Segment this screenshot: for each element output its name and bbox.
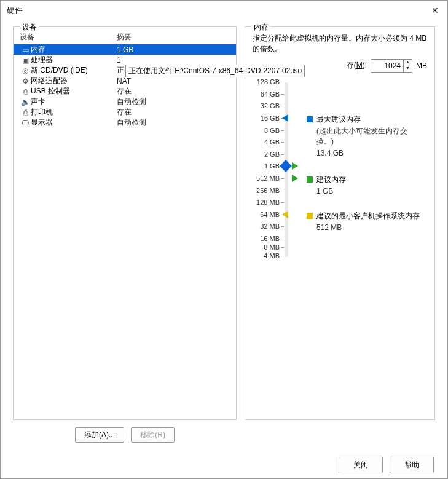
device-table-header: 设备 摘要 xyxy=(14,31,236,44)
device-summary: 1 xyxy=(117,56,230,65)
device-name: 网络适配器 xyxy=(31,76,117,86)
legend-item: 最大建议内存(超出此大小可能发生内存交换。)13.4 GB xyxy=(307,114,423,158)
device-name: 新 CD/DVD (IDE) xyxy=(31,65,117,76)
device-summary: 自动检测 xyxy=(117,117,230,128)
slider-tick: 4 GB xyxy=(245,138,280,146)
titlebar: 硬件 ✕ xyxy=(1,1,447,20)
slider-tick: 8 GB xyxy=(245,127,280,134)
device-icon: ⎙ xyxy=(20,108,31,117)
legend-swatch xyxy=(307,176,313,183)
legend-swatch xyxy=(307,116,313,122)
device-name: 内存 xyxy=(31,44,117,55)
device-name: 打印机 xyxy=(31,107,117,117)
slider-tick: 512 MB xyxy=(245,175,280,182)
device-panel-label: 设备 xyxy=(20,22,39,33)
device-icon: ⎙ xyxy=(20,87,31,96)
legend-value: 13.4 GB xyxy=(316,148,423,159)
device-icon: 🖵 xyxy=(20,119,31,127)
remove-button: 移除(R) xyxy=(131,427,175,443)
slider-tick: 16 MB xyxy=(245,235,280,242)
spinner-arrows[interactable]: ▲▼ xyxy=(403,60,412,72)
device-row[interactable]: 🖵显示器自动检测 xyxy=(14,117,236,128)
memory-description: 指定分配给此虚拟机的内存量。内存大小必须为 4 MB 的倍数。 xyxy=(245,31,434,59)
memory-spinner[interactable]: ▲▼ xyxy=(371,59,412,73)
slider-tick: 16 GB xyxy=(245,114,280,122)
dialog-footer: 关闭 帮助 xyxy=(336,457,436,473)
help-button[interactable]: 帮助 xyxy=(390,457,434,473)
device-name: 显示器 xyxy=(31,117,117,128)
memory-panel-label: 内存 xyxy=(251,22,271,33)
min-marker-icon xyxy=(282,211,288,218)
spin-down-icon[interactable]: ▼ xyxy=(404,66,412,72)
hardware-dialog: 硬件 ✕ 设备 设备 摘要 ▭内存1 GB▣处理器1◎新 CD/DVD (IDE… xyxy=(0,0,448,479)
slider-tick: 4 MB xyxy=(245,252,280,259)
legend-value: 512 MB xyxy=(316,223,423,233)
memory-slider[interactable]: 128 GB64 GB32 GB16 GB8 GB4 GB2 GB1 GB512… xyxy=(245,79,434,263)
slider-tick: 2 GB xyxy=(245,151,280,158)
device-summary: 存在 xyxy=(117,86,230,97)
spin-up-icon[interactable]: ▲ xyxy=(404,60,412,66)
legend-title: 最大建议内存 xyxy=(316,115,361,124)
slider-tick: 64 MB xyxy=(245,211,280,218)
slider-tick: 32 MB xyxy=(245,223,280,230)
device-row[interactable]: ⎙USB 控制器存在 xyxy=(14,86,236,97)
memory-input[interactable] xyxy=(371,60,403,72)
slider-tick: 64 GB xyxy=(245,90,280,98)
device-name: 处理器 xyxy=(31,55,117,65)
legend-value: 1 GB xyxy=(316,186,423,197)
legend-swatch xyxy=(307,213,313,219)
header-device: 设备 xyxy=(20,32,117,42)
rec-marker-icon xyxy=(292,175,298,182)
device-list: ▭内存1 GB▣处理器1◎新 CD/DVD (IDE)正在使用文件 F:\Cen… xyxy=(14,44,236,128)
device-icon: ◎ xyxy=(20,66,31,75)
device-icon: 🔈 xyxy=(20,98,31,106)
device-row[interactable]: ◎新 CD/DVD (IDE)正在使用文件 F:\CentOS-7-x86_6.… xyxy=(14,65,236,76)
legend-title: 建议的最小客户机操作系统内存 xyxy=(316,212,420,220)
add-button[interactable]: 添加(A)... xyxy=(75,427,124,443)
device-summary: 存在 xyxy=(117,107,230,117)
device-icon: ▣ xyxy=(20,56,31,65)
memory-input-label: 存(M): xyxy=(347,60,367,71)
slider-tick: 128 MB xyxy=(245,199,280,206)
memory-panel: 内存 指定分配给此虚拟机的内存量。内存大小必须为 4 MB 的倍数。 存(M):… xyxy=(245,26,435,420)
close-button[interactable]: 关闭 xyxy=(339,457,383,473)
legend-title: 建议内存 xyxy=(316,175,346,184)
legend-item: 建议的最小客户机操作系统内存512 MB xyxy=(307,211,423,233)
device-summary: 1 GB xyxy=(117,46,230,54)
device-row[interactable]: ▭内存1 GB xyxy=(14,44,236,55)
device-icon: ⚙ xyxy=(20,77,31,85)
device-panel: 设备 设备 摘要 ▭内存1 GB▣处理器1◎新 CD/DVD (IDE)正在使用… xyxy=(13,26,237,420)
slider-tick: 8 MB xyxy=(245,243,280,251)
add-remove-bar: 添加(A)... 移除(R) xyxy=(13,427,237,443)
memory-unit: MB xyxy=(416,61,427,70)
device-name: USB 控制器 xyxy=(31,86,117,97)
device-row[interactable]: 🔈声卡自动检测 xyxy=(14,97,236,107)
legend-item: 建议内存1 GB xyxy=(307,175,423,197)
device-summary: NAT xyxy=(117,77,230,85)
device-icon: ▭ xyxy=(20,46,31,54)
close-icon[interactable]: ✕ xyxy=(429,6,441,15)
current-pointer-icon[interactable] xyxy=(280,160,292,172)
slider-tick: 32 GB xyxy=(245,102,280,109)
slider-tick: 1 GB xyxy=(245,162,280,170)
slider-tick: 256 MB xyxy=(245,187,280,194)
slider-tick: 128 GB xyxy=(245,78,280,85)
current-green-icon xyxy=(292,162,298,170)
device-row[interactable]: ⎙打印机存在 xyxy=(14,107,236,117)
window-title: 硬件 xyxy=(7,5,23,16)
device-name: 声卡 xyxy=(31,97,117,107)
header-summary: 摘要 xyxy=(117,32,132,42)
device-summary: 自动检测 xyxy=(117,97,230,107)
device-tooltip: 正在使用文件 F:\CentOS-7-x86_64-DVD-2207-02.is… xyxy=(125,65,305,77)
legend-note: (超出此大小可能发生内存交换。) xyxy=(316,126,423,147)
device-row[interactable]: ▣处理器1 xyxy=(14,55,236,65)
max-marker-icon xyxy=(282,114,288,122)
